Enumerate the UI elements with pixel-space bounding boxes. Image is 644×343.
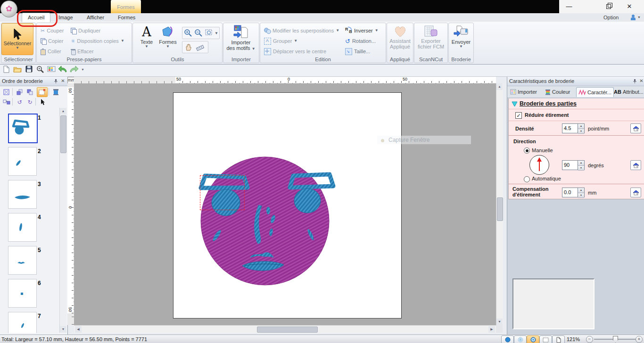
applique-wizard-button[interactable]: Assistant Appliqué: [388, 25, 412, 49]
new-document-button[interactable]: [1, 65, 11, 75]
reduce-stretch-checkbox[interactable]: ✓: [515, 112, 522, 119]
scrollbar-thumb[interactable]: [497, 197, 503, 221]
shapes-tool-button[interactable]: Formes ▼: [157, 25, 178, 49]
zoom-minus-button[interactable]: −: [586, 336, 593, 343]
density-default-button[interactable]: [630, 123, 641, 133]
thread-color-button[interactable]: [50, 87, 61, 97]
order-item-2-thumbnail[interactable]: [8, 147, 37, 176]
size-button[interactable]: ↘ Taille...: [345, 47, 370, 56]
dropdown-arrow-icon[interactable]: ▼: [215, 32, 218, 35]
redo-button[interactable]: [69, 65, 79, 75]
close-button[interactable]: ✕: [623, 2, 636, 11]
export-fcm-button[interactable]: Exporter fichier FCM: [416, 25, 446, 49]
tab-couleur[interactable]: Couleur: [543, 87, 572, 97]
select-tool-button[interactable]: Sélectionner ▼: [1, 23, 33, 55]
design-property-button[interactable]: [552, 335, 565, 343]
scroll-down-icon[interactable]: ▼: [60, 326, 66, 333]
toolbar-overflow-icon[interactable]: ▼: [81, 68, 84, 71]
direction-dial[interactable]: [529, 155, 549, 175]
tab-caracteristiques[interactable]: Caractér...: [576, 87, 614, 97]
canvas-horizontal-scrollbar[interactable]: ◀ ▶: [74, 325, 496, 333]
order-panel-scrollbar[interactable]: ▲ ▼: [59, 108, 66, 333]
order-item-6-thumbnail[interactable]: [8, 279, 37, 308]
grid-toggle-button[interactable]: [539, 335, 552, 343]
spinner-arrows[interactable]: ▲▼: [578, 188, 584, 197]
restore-button[interactable]: [603, 2, 615, 11]
undo-button[interactable]: [58, 65, 68, 75]
pointer-button[interactable]: [37, 97, 48, 107]
duplicate-button[interactable]: Dupliquer: [71, 26, 100, 35]
rotate-order-fwd-icon[interactable]: ↻: [25, 97, 35, 107]
modify-overlaps-button[interactable]: Modifier les superpositions ▼: [264, 26, 339, 35]
tab-afficher[interactable]: Afficher: [81, 13, 110, 22]
spinner-arrows[interactable]: ▲▼: [578, 161, 584, 170]
scrollbar-thumb[interactable]: [257, 327, 318, 333]
order-item-3-thumbnail[interactable]: [8, 180, 37, 209]
move-forward-button[interactable]: [14, 87, 25, 97]
pin-icon[interactable]: [632, 79, 637, 84]
import-patterns-button[interactable]: Importer des motifs ▼: [225, 24, 256, 51]
option-menu[interactable]: Option ▼: [603, 13, 644, 22]
paste-button[interactable]: Coller: [41, 47, 61, 56]
order-item-7-thumbnail[interactable]: [8, 312, 37, 333]
measure-icon[interactable]: [196, 43, 204, 51]
rotation-button[interactable]: ↺ Rotation...: [345, 36, 376, 46]
solid-view-button[interactable]: [501, 335, 514, 343]
nose-mark-1[interactable]: [266, 207, 270, 214]
realistic-view-button[interactable]: [527, 335, 539, 343]
zoom-selection-icon[interactable]: [205, 29, 213, 37]
app-logo-flower-icon[interactable]: ✿: [0, 0, 17, 17]
scroll-up-icon[interactable]: ▲: [496, 83, 503, 90]
order-item-1-thumbnail[interactable]: [8, 114, 38, 143]
compensation-spinner[interactable]: 0.0 ▲▼: [562, 188, 585, 197]
order-item-5-thumbnail[interactable]: [8, 246, 37, 275]
canvas-vertical-scrollbar[interactable]: ▲ ▼: [496, 83, 503, 325]
scroll-left-icon[interactable]: ◀: [75, 326, 82, 333]
manual-radio[interactable]: [524, 147, 530, 154]
design-canvas[interactable]: Capture Fenêtre: [74, 83, 496, 325]
contextual-tab-group[interactable]: Formes: [111, 0, 141, 13]
order-item-4-thumbnail[interactable]: [8, 213, 37, 242]
density-spinner[interactable]: 4.5 ▲▼: [562, 123, 585, 133]
move-backward-button[interactable]: [25, 87, 35, 97]
open-button[interactable]: [12, 65, 23, 75]
stitch-view-button[interactable]: [514, 335, 527, 343]
right-eye[interactable]: [294, 188, 321, 213]
zoom-in-icon[interactable]: [184, 29, 192, 37]
mirror-button[interactable]: R B Inverser ▼: [345, 26, 379, 35]
send-button[interactable]: Envoyer ▼: [450, 25, 472, 49]
save-button[interactable]: [24, 65, 34, 75]
design-settings-button[interactable]: [46, 65, 57, 75]
group-button[interactable]: A Grouper ▼: [264, 36, 297, 46]
compensation-default-button[interactable]: [630, 188, 641, 197]
scroll-down-icon[interactable]: ▼: [496, 318, 503, 325]
scrollbar-thumb[interactable]: [60, 115, 66, 153]
tab-attributs[interactable]: AB Attribut...: [612, 87, 644, 97]
selection-rectangle[interactable]: [200, 175, 245, 210]
pan-hand-icon[interactable]: [184, 43, 193, 51]
zoom-button[interactable]: [35, 65, 45, 75]
deselect-region-button[interactable]: [37, 87, 48, 97]
angle-spinner[interactable]: 90 ▲▼: [562, 160, 585, 170]
close-panel-icon[interactable]: ✕: [60, 78, 66, 83]
erase-button[interactable]: Effacer: [71, 47, 94, 56]
text-tool-button[interactable]: A Texte ▼: [138, 25, 156, 49]
scroll-right-icon[interactable]: ▶: [488, 326, 495, 333]
scroll-up-icon[interactable]: ▲: [60, 108, 66, 114]
section-title[interactable]: Broderie des parties: [520, 100, 577, 107]
rotate-order-back-icon[interactable]: ↺: [14, 97, 25, 107]
close-panel-icon[interactable]: ✕: [639, 78, 644, 83]
automatic-radio[interactable]: [524, 176, 530, 182]
angle-default-button[interactable]: [630, 160, 641, 170]
move-to-center-button[interactable]: Déplacer vers le centre: [264, 47, 326, 56]
copies-layout-button[interactable]: ✳ Disposition copies ▼: [71, 36, 124, 46]
minimize-button[interactable]: —: [563, 2, 575, 11]
collapse-triangle-icon[interactable]: [512, 101, 518, 107]
zoom-plus-button[interactable]: +: [636, 336, 643, 343]
spinner-arrows[interactable]: ▲▼: [578, 124, 584, 133]
zoom-out-icon[interactable]: [194, 29, 203, 37]
zoom-slider-thumb[interactable]: [613, 336, 618, 343]
tab-importer[interactable]: Importer: [508, 87, 539, 97]
insert-order-button[interactable]: [1, 97, 12, 107]
pin-icon[interactable]: [53, 79, 58, 84]
